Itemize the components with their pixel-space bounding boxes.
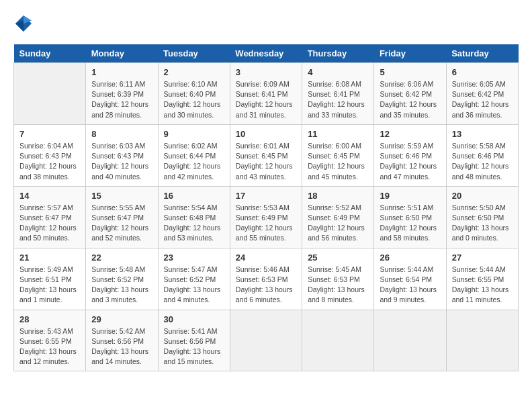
day-number: 14 [19,191,80,201]
header-cell-thursday: Thursday [302,44,374,63]
calendar-cell: 9Sunrise: 6:02 AM Sunset: 6:44 PM Daylig… [158,124,230,186]
day-number: 9 [164,129,224,139]
calendar-cell: 4Sunrise: 6:08 AM Sunset: 6:41 PM Daylig… [302,63,374,125]
day-number: 13 [452,129,513,139]
calendar-table: SundayMondayTuesdayWednesdayThursdayFrid… [13,44,519,371]
calendar-cell [14,63,86,125]
day-info: Sunrise: 5:45 AM Sunset: 6:53 PM Dayligh… [308,265,368,306]
logo-icon [13,13,34,34]
header-cell-sunday: Sunday [14,44,86,63]
header-cell-saturday: Saturday [446,44,518,63]
day-info: Sunrise: 5:52 AM Sunset: 6:49 PM Dayligh… [308,203,368,244]
day-info: Sunrise: 5:59 AM Sunset: 6:46 PM Dayligh… [380,141,440,182]
day-info: Sunrise: 6:05 AM Sunset: 6:42 PM Dayligh… [452,79,513,120]
svg-marker-2 [15,21,24,32]
calendar-cell: 14Sunrise: 5:57 AM Sunset: 6:47 PM Dayli… [14,186,86,248]
day-info: Sunrise: 6:10 AM Sunset: 6:40 PM Dayligh… [164,79,224,120]
day-number: 2 [164,67,224,77]
day-number: 10 [236,129,296,139]
day-info: Sunrise: 5:48 AM Sunset: 6:52 PM Dayligh… [91,265,152,306]
calendar-cell: 12Sunrise: 5:59 AM Sunset: 6:46 PM Dayli… [374,124,446,186]
day-info: Sunrise: 5:46 AM Sunset: 6:53 PM Dayligh… [236,265,296,306]
calendar-cell: 20Sunrise: 5:50 AM Sunset: 6:50 PM Dayli… [446,186,518,248]
day-info: Sunrise: 5:55 AM Sunset: 6:47 PM Dayligh… [91,203,152,244]
calendar-header: SundayMondayTuesdayWednesdayThursdayFrid… [14,44,519,63]
day-info: Sunrise: 5:54 AM Sunset: 6:48 PM Dayligh… [164,203,224,244]
calendar-cell: 26Sunrise: 5:44 AM Sunset: 6:54 PM Dayli… [374,248,446,310]
header-cell-tuesday: Tuesday [158,44,230,63]
day-info: Sunrise: 6:09 AM Sunset: 6:41 PM Dayligh… [236,79,296,120]
day-info: Sunrise: 5:43 AM Sunset: 6:55 PM Dayligh… [19,326,80,367]
header-row: SundayMondayTuesdayWednesdayThursdayFrid… [14,44,519,63]
day-number: 25 [308,253,368,263]
calendar-cell: 10Sunrise: 6:01 AM Sunset: 6:45 PM Dayli… [230,124,302,186]
day-number: 3 [236,67,296,77]
day-number: 23 [164,253,224,263]
day-info: Sunrise: 6:02 AM Sunset: 6:44 PM Dayligh… [164,141,224,182]
week-row-2: 7Sunrise: 6:04 AM Sunset: 6:43 PM Daylig… [14,124,519,186]
day-number: 12 [380,129,440,139]
day-number: 6 [452,67,513,77]
day-info: Sunrise: 5:49 AM Sunset: 6:51 PM Dayligh… [19,265,80,306]
calendar-cell: 21Sunrise: 5:49 AM Sunset: 6:51 PM Dayli… [14,248,86,310]
day-info: Sunrise: 5:41 AM Sunset: 6:56 PM Dayligh… [164,326,224,367]
day-info: Sunrise: 6:01 AM Sunset: 6:45 PM Dayligh… [236,141,296,182]
day-info: Sunrise: 5:53 AM Sunset: 6:49 PM Dayligh… [236,203,296,244]
day-info: Sunrise: 6:08 AM Sunset: 6:41 PM Dayligh… [308,79,368,120]
day-info: Sunrise: 5:50 AM Sunset: 6:50 PM Dayligh… [452,203,513,244]
calendar-cell: 5Sunrise: 6:06 AM Sunset: 6:42 PM Daylig… [374,63,446,125]
calendar-cell: 29Sunrise: 5:42 AM Sunset: 6:56 PM Dayli… [86,310,158,371]
day-number: 1 [91,67,152,77]
calendar-cell: 16Sunrise: 5:54 AM Sunset: 6:48 PM Dayli… [158,186,230,248]
calendar-cell: 22Sunrise: 5:48 AM Sunset: 6:52 PM Dayli… [86,248,158,310]
calendar-cell: 23Sunrise: 5:47 AM Sunset: 6:52 PM Dayli… [158,248,230,310]
calendar-cell: 8Sunrise: 6:03 AM Sunset: 6:43 PM Daylig… [86,124,158,186]
calendar-cell: 19Sunrise: 5:51 AM Sunset: 6:50 PM Dayli… [374,186,446,248]
calendar-cell: 30Sunrise: 5:41 AM Sunset: 6:56 PM Dayli… [158,310,230,371]
day-number: 8 [91,129,152,139]
header-cell-friday: Friday [374,44,446,63]
calendar-body: 1Sunrise: 6:11 AM Sunset: 6:39 PM Daylig… [14,63,519,371]
day-number: 28 [19,314,80,324]
calendar-cell: 7Sunrise: 6:04 AM Sunset: 6:43 PM Daylig… [14,124,86,186]
calendar-cell [446,310,518,371]
day-info: Sunrise: 6:00 AM Sunset: 6:45 PM Dayligh… [308,141,368,182]
day-number: 21 [19,253,80,263]
calendar-cell: 18Sunrise: 5:52 AM Sunset: 6:49 PM Dayli… [302,186,374,248]
week-row-1: 1Sunrise: 6:11 AM Sunset: 6:39 PM Daylig… [14,63,519,125]
day-number: 7 [19,129,80,139]
day-info: Sunrise: 6:03 AM Sunset: 6:43 PM Dayligh… [91,141,152,182]
header [13,13,519,34]
calendar-cell: 25Sunrise: 5:45 AM Sunset: 6:53 PM Dayli… [302,248,374,310]
calendar-cell: 15Sunrise: 5:55 AM Sunset: 6:47 PM Dayli… [86,186,158,248]
logo [13,13,38,34]
calendar-cell: 1Sunrise: 6:11 AM Sunset: 6:39 PM Daylig… [86,63,158,125]
day-info: Sunrise: 5:57 AM Sunset: 6:47 PM Dayligh… [19,203,80,244]
day-info: Sunrise: 6:04 AM Sunset: 6:43 PM Dayligh… [19,141,80,182]
calendar-cell: 3Sunrise: 6:09 AM Sunset: 6:41 PM Daylig… [230,63,302,125]
calendar-cell [302,310,374,371]
calendar-cell: 27Sunrise: 5:44 AM Sunset: 6:55 PM Dayli… [446,248,518,310]
day-number: 18 [308,191,368,201]
header-cell-wednesday: Wednesday [230,44,302,63]
day-info: Sunrise: 5:58 AM Sunset: 6:46 PM Dayligh… [452,141,513,182]
calendar-cell: 13Sunrise: 5:58 AM Sunset: 6:46 PM Dayli… [446,124,518,186]
day-number: 22 [91,253,152,263]
day-number: 24 [236,253,296,263]
day-info: Sunrise: 6:11 AM Sunset: 6:39 PM Dayligh… [91,79,152,120]
day-number: 4 [308,67,368,77]
day-info: Sunrise: 5:51 AM Sunset: 6:50 PM Dayligh… [380,203,440,244]
calendar-cell: 6Sunrise: 6:05 AM Sunset: 6:42 PM Daylig… [446,63,518,125]
calendar-cell [374,310,446,371]
day-info: Sunrise: 5:47 AM Sunset: 6:52 PM Dayligh… [164,265,224,306]
day-info: Sunrise: 5:44 AM Sunset: 6:54 PM Dayligh… [380,265,440,306]
week-row-3: 14Sunrise: 5:57 AM Sunset: 6:47 PM Dayli… [14,186,519,248]
day-number: 27 [452,253,513,263]
day-number: 16 [164,191,224,201]
day-number: 5 [380,67,440,77]
week-row-5: 28Sunrise: 5:43 AM Sunset: 6:55 PM Dayli… [14,310,519,371]
calendar-cell [230,310,302,371]
day-number: 20 [452,191,513,201]
day-number: 30 [164,314,224,324]
day-number: 11 [308,129,368,139]
